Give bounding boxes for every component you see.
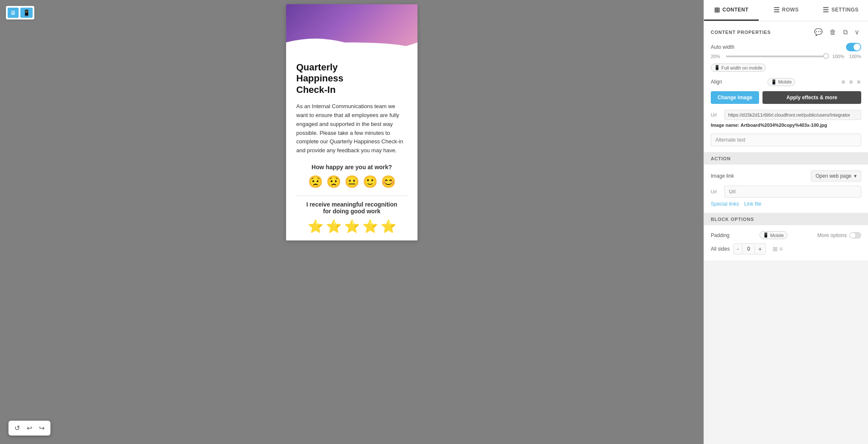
collapse-btn[interactable]: ∨ xyxy=(853,27,861,37)
image-link-row: Image link Open web page ▾ xyxy=(711,170,861,182)
email-header-image xyxy=(286,4,417,55)
action-url-input[interactable] xyxy=(724,186,861,198)
align-left-btn[interactable]: ≡ xyxy=(840,78,846,86)
redo-btn[interactable]: ↪ xyxy=(37,423,46,433)
border-icon[interactable]: ⊠ xyxy=(773,246,778,252)
align-buttons: ≡ ≡ ≡ xyxy=(840,78,861,86)
props-title: CONTENT PROPERTIES xyxy=(711,30,771,35)
padding-row: Padding 📱 Mobile More options xyxy=(711,231,861,239)
slider-thumb[interactable] xyxy=(823,53,829,59)
align-mobile-text: Mobile xyxy=(778,79,792,84)
full-width-mobile-label: 📱 Full width on mobile xyxy=(711,64,766,72)
copy-btn[interactable]: ⧉ xyxy=(841,28,849,37)
all-sides-label: All sides xyxy=(711,246,730,252)
action-section: Image link Open web page ▾ Url Special l… xyxy=(704,165,868,213)
more-options-toggle[interactable] xyxy=(849,232,861,239)
undo-recent-btn[interactable]: ↺ xyxy=(13,423,22,433)
star-1: ⭐ xyxy=(308,219,323,234)
props-header: CONTENT PROPERTIES 💬 🗑 ⧉ ∨ xyxy=(711,27,861,37)
desktop-toggle-btn[interactable]: 🖥 xyxy=(8,8,19,18)
align-mobile-icon: 📱 xyxy=(771,79,777,85)
emoji-4: 🙂 xyxy=(363,175,378,189)
slider-min-label: 20% xyxy=(711,54,723,59)
align-label: Align xyxy=(711,79,722,85)
emoji-row: 😟 😟 😐 🙂 😊 xyxy=(296,175,407,189)
auto-width-row: Auto width xyxy=(711,43,861,51)
url-label: Url xyxy=(711,112,721,117)
slider-max-label: 100% xyxy=(832,54,844,59)
block-options-section-header: BLOCK OPTIONS xyxy=(704,213,868,225)
action-url-label: Url xyxy=(711,189,721,194)
recognition-text: I receive meaningful recognitionfor doin… xyxy=(296,201,407,215)
stepper-icons: ⊠ ≡ xyxy=(773,246,783,252)
action-title: ACTION xyxy=(711,156,731,161)
undo-btn[interactable]: ↩ xyxy=(25,423,34,433)
action-url-row: Url xyxy=(711,186,861,198)
delete-btn[interactable]: 🗑 xyxy=(828,28,838,37)
more-options-row: More options xyxy=(818,232,861,239)
more-options-label: More options xyxy=(818,232,847,238)
email-body: QuarterlyHappinessCheck-In As an Interna… xyxy=(286,55,417,240)
full-width-mobile-row: 📱 Full width on mobile xyxy=(711,63,861,72)
rows-tab-label: ROWS xyxy=(782,7,798,13)
tab-bar: ⊞ CONTENT ☰ ROWS ☰ SETTINGS xyxy=(704,0,868,21)
dropdown-value: Open web page xyxy=(815,173,851,179)
padding-label: Padding xyxy=(711,232,729,238)
bottom-toolbar: ↺ ↩ ↪ xyxy=(8,421,50,436)
slider-track[interactable] xyxy=(726,56,829,57)
block-mobile-text: Mobile xyxy=(770,233,784,238)
email-body-text: As an Internal Communications team we wa… xyxy=(296,102,407,155)
align-right-btn[interactable]: ≡ xyxy=(856,78,861,86)
align-center-btn[interactable]: ≡ xyxy=(849,78,854,86)
url-value: https://d15k2d11r6t6rl.cloudfront.net/pu… xyxy=(724,110,861,120)
align-row: Align 📱 Mobile ≡ ≡ ≡ xyxy=(711,78,861,86)
device-toggle: 🖥 📱 xyxy=(6,6,34,20)
stars-row: ⭐ ⭐ ⭐ ⭐ ⭐ xyxy=(296,219,407,234)
action-section-header: ACTION xyxy=(704,153,868,165)
padding-stepper: - 0 + xyxy=(733,243,766,254)
slider-container: 20% 100% 100% xyxy=(711,54,861,59)
star-4: ⭐ xyxy=(362,219,378,234)
auto-width-toggle[interactable] xyxy=(846,43,861,51)
link-file-btn[interactable]: Link file xyxy=(744,201,762,207)
divider xyxy=(296,195,407,196)
right-panel: ⊞ CONTENT ☰ ROWS ☰ SETTINGS CONTENT PROP… xyxy=(704,0,868,444)
comment-btn[interactable]: 💬 xyxy=(812,27,824,37)
auto-width-label: Auto width xyxy=(711,44,734,50)
image-name-row: Image name: Artboard%2034%20copy%403x-10… xyxy=(711,123,861,128)
link-row: Special links Link file xyxy=(711,201,861,207)
block-options-section: Padding 📱 Mobile More options All sides … xyxy=(704,225,868,260)
stepper-minus-btn[interactable]: - xyxy=(734,244,743,254)
change-image-btn[interactable]: Change image xyxy=(711,91,759,104)
align-mobile-badge: 📱 Mobile xyxy=(768,78,795,86)
content-properties-panel: CONTENT PROPERTIES 💬 🗑 ⧉ ∨ Auto width 20… xyxy=(704,21,868,153)
emoji-1: 😟 xyxy=(308,175,323,189)
content-tab-label: CONTENT xyxy=(723,7,749,13)
emoji-3: 😐 xyxy=(345,175,359,189)
wave-svg xyxy=(286,34,417,55)
stepper-plus-btn[interactable]: + xyxy=(755,244,765,254)
alternate-text-input[interactable] xyxy=(711,134,861,146)
open-web-page-dropdown[interactable]: Open web page ▾ xyxy=(811,170,861,182)
all-sides-row: All sides - 0 + ⊠ ≡ xyxy=(711,243,861,254)
tablet-toggle-btn[interactable]: 📱 xyxy=(20,8,33,18)
star-3: ⭐ xyxy=(344,219,360,234)
tab-settings[interactable]: ☰ SETTINGS xyxy=(813,0,868,21)
settings-tab-icon: ☰ xyxy=(823,6,829,14)
star-5: ⭐ xyxy=(381,219,396,234)
slider-value: 100% xyxy=(848,54,861,59)
mobile-icon: 📱 xyxy=(714,65,720,70)
props-actions: 💬 🗑 ⧉ ∨ xyxy=(812,27,861,37)
stepper-value: 0 xyxy=(742,244,755,254)
lines-icon[interactable]: ≡ xyxy=(779,246,783,252)
image-action-buttons: Change image Apply effects & more xyxy=(711,91,861,104)
chevron-down-icon: ▾ xyxy=(854,173,857,179)
tab-rows[interactable]: ☰ ROWS xyxy=(759,0,813,21)
tab-content[interactable]: ⊞ CONTENT xyxy=(704,0,759,21)
image-name-value: Artboard%2034%20copy%403x-100.jpg xyxy=(740,123,827,128)
special-links-btn[interactable]: Special links xyxy=(711,201,739,207)
content-tab-icon: ⊞ xyxy=(714,6,720,14)
image-name-label: Image name: xyxy=(711,123,739,128)
apply-effects-btn[interactable]: Apply effects & more xyxy=(762,91,861,104)
rows-tab-icon: ☰ xyxy=(773,6,780,14)
